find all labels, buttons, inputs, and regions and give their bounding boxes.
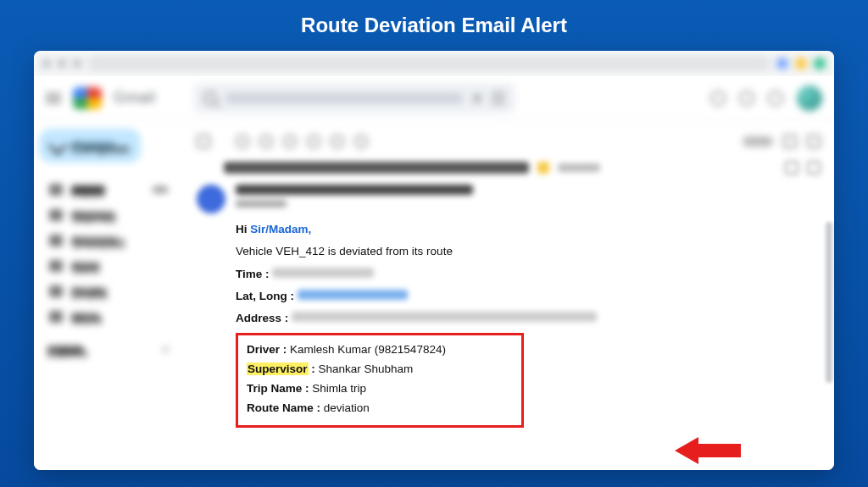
header-actions — [710, 86, 822, 111]
email-subject — [224, 162, 529, 174]
trip-label: Trip Name : — [247, 382, 309, 395]
sidebar-item-label: Snoozed — [71, 236, 119, 245]
email-toolbar — [192, 127, 826, 156]
time-value-redacted — [272, 268, 374, 278]
latlong-value-redacted — [298, 290, 408, 300]
chevron-down-icon — [49, 311, 63, 323]
profile-avatar-icon — [814, 58, 826, 69]
filter-icon[interactable] — [492, 92, 505, 104]
unread-count — [153, 186, 168, 193]
compose-label: Compose — [71, 141, 115, 150]
pagination-info — [743, 136, 773, 147]
sidebar-item-label: Sent — [71, 262, 100, 270]
sidebar-item-label: More — [71, 313, 100, 321]
greeting-name: Sir/Madam, — [250, 223, 311, 235]
address-label: Address : — [236, 312, 288, 324]
sidebar-item-drafts[interactable]: Drafts — [39, 281, 178, 302]
draft-icon — [49, 285, 63, 297]
unread-icon[interactable] — [307, 135, 320, 148]
sidebar: Compose Inbox Starred Snoozed — [34, 120, 183, 470]
delete-icon[interactable] — [283, 135, 297, 148]
snooze-icon[interactable] — [331, 135, 344, 148]
add-label-icon[interactable]: + — [162, 342, 170, 357]
gmail-logo-icon — [73, 87, 102, 109]
app-header: Gmail — [34, 76, 834, 120]
sidebar-item-label: Starred — [71, 211, 114, 219]
driver-label: Driver : — [247, 343, 287, 356]
recipient-line — [236, 200, 287, 208]
prev-icon[interactable] — [783, 135, 797, 148]
gmail-app: Gmail Compose — [34, 76, 834, 470]
help-icon[interactable] — [710, 91, 726, 106]
nav-back-icon — [42, 59, 51, 68]
supervisor-label: Supervisor — [247, 362, 309, 375]
field-route: Route Name : deviation — [247, 399, 513, 418]
extension-icon — [776, 58, 788, 69]
open-new-icon[interactable] — [807, 161, 821, 174]
nav-reload-icon — [73, 59, 81, 68]
archive-icon[interactable] — [236, 135, 249, 148]
more-icon[interactable] — [354, 135, 368, 148]
email-label-chip — [558, 163, 600, 172]
search-input[interactable] — [193, 83, 515, 113]
callout-arrow-icon — [675, 432, 743, 469]
svg-marker-0 — [675, 437, 741, 464]
email-sender-row — [192, 180, 826, 215]
browser-frame: Gmail Compose — [34, 51, 834, 470]
address-bar[interactable] — [88, 56, 770, 71]
supervisor-sep: : — [309, 362, 319, 375]
clear-icon[interactable] — [471, 92, 483, 104]
email-greeting: Hi Sir/Madam, — [236, 220, 817, 239]
next-icon[interactable] — [807, 135, 821, 148]
spam-icon[interactable] — [259, 135, 273, 148]
field-driver: Driver : Kamlesh Kumar (9821547824) — [247, 340, 513, 360]
latlong-label: Lat, Long : — [236, 290, 294, 302]
search-icon — [203, 91, 217, 105]
apps-icon[interactable] — [768, 91, 783, 106]
labels-heading-text: Labels — [47, 346, 83, 354]
extension-icon — [795, 58, 807, 69]
compose-button[interactable]: Compose — [39, 129, 141, 163]
app-name: Gmail — [114, 89, 156, 107]
back-icon[interactable] — [197, 135, 210, 148]
search-text-placeholder — [225, 93, 463, 103]
sidebar-item-snoozed[interactable]: Snoozed — [39, 230, 178, 251]
sidebar-labels-heading: Labels + — [39, 342, 178, 357]
browser-tabbar — [34, 51, 834, 76]
supervisor-value: Shankar Shubham — [319, 362, 414, 375]
menu-icon[interactable] — [46, 93, 61, 103]
settings-icon[interactable] — [739, 91, 754, 106]
address-value-redacted — [292, 312, 597, 322]
sidebar-item-inbox[interactable]: Inbox — [39, 180, 178, 200]
greeting-salutation: Hi — [236, 223, 248, 235]
print-icon[interactable] — [785, 161, 798, 174]
pencil-icon — [48, 136, 68, 156]
time-label: Time : — [236, 268, 270, 280]
star-icon — [49, 209, 63, 221]
clock-icon — [49, 235, 63, 246]
label-color-icon — [537, 162, 549, 174]
field-time: Time : — [236, 265, 817, 284]
field-supervisor: Supervisor : Shankar Shubham — [247, 360, 513, 379]
sidebar-item-sent[interactable]: Sent — [39, 256, 178, 276]
email-summary-line: Vehicle VEH_412 is deviated from its rou… — [236, 242, 817, 261]
account-avatar[interactable] — [797, 86, 822, 111]
sidebar-item-label: Drafts — [71, 287, 107, 296]
scrollbar-thumb[interactable] — [826, 222, 832, 383]
highlight-box: Driver : Kamlesh Kumar (9821547824) Supe… — [236, 333, 524, 428]
scrollbar[interactable] — [826, 196, 832, 470]
inbox-icon — [49, 184, 63, 196]
sidebar-item-starred[interactable]: Starred — [39, 205, 178, 225]
email-pane: Hi Sir/Madam, Vehicle VEH_412 is deviate… — [183, 120, 834, 470]
field-trip: Trip Name : Shimla trip — [247, 379, 513, 399]
driver-value: Kamlesh Kumar (9821547824) — [290, 343, 446, 356]
route-label: Route Name : — [247, 401, 320, 414]
send-icon — [49, 260, 63, 272]
sidebar-item-label: Inbox — [71, 185, 105, 194]
email-body: Hi Sir/Madam, Vehicle VEH_412 is deviate… — [192, 215, 826, 436]
route-value: deviation — [324, 401, 370, 414]
page-title: Route Deviation Email Alert — [0, 14, 868, 37]
field-latlong: Lat, Long : — [236, 287, 817, 306]
sidebar-item-more[interactable]: More — [39, 307, 178, 327]
nav-fwd-icon — [58, 59, 66, 68]
